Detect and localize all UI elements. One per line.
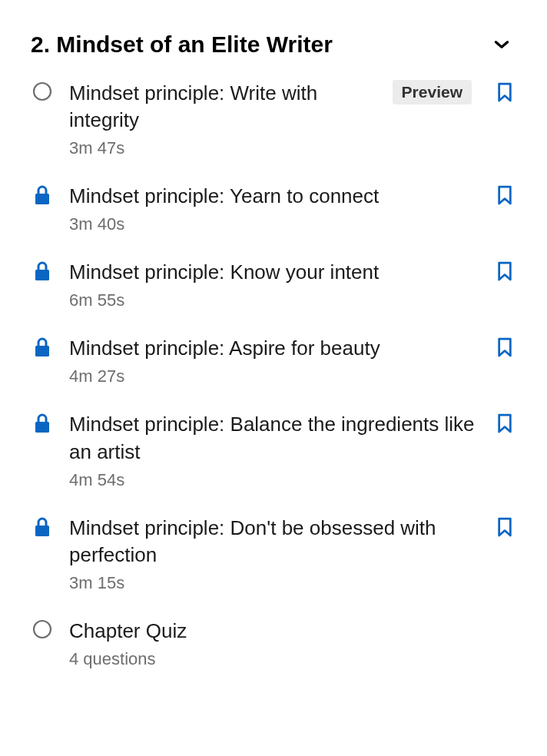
svg-rect-4 bbox=[35, 422, 49, 433]
lesson-duration: 6m 55s bbox=[69, 290, 487, 310]
lesson-duration: 4m 27s bbox=[69, 366, 487, 386]
lesson-title: Mindset principle: Know your intent bbox=[69, 259, 487, 286]
quiz-title: Chapter Quiz bbox=[69, 618, 513, 645]
lock-icon bbox=[31, 259, 54, 282]
lesson-item[interactable]: Mindset principle: Aspire for beauty 4m … bbox=[31, 335, 516, 386]
lesson-title: Mindset principle: Aspire for beauty bbox=[69, 335, 487, 362]
svg-rect-3 bbox=[35, 346, 49, 356]
bookmark-icon[interactable] bbox=[496, 411, 513, 434]
svg-point-0 bbox=[34, 83, 51, 100]
lock-icon bbox=[31, 411, 54, 434]
svg-rect-1 bbox=[35, 194, 49, 204]
svg-rect-5 bbox=[35, 526, 49, 536]
lock-icon bbox=[31, 515, 54, 538]
lesson-item[interactable]: Mindset principle: Know your intent 6m 5… bbox=[31, 259, 516, 310]
lesson-title: Mindset principle: Write with integrity bbox=[69, 80, 382, 134]
bookmark-icon[interactable] bbox=[496, 80, 513, 103]
status-unchecked-icon bbox=[31, 80, 54, 101]
lesson-item[interactable]: Mindset principle: Yearn to connect 3m 4… bbox=[31, 183, 516, 234]
bookmark-icon[interactable] bbox=[496, 183, 513, 206]
svg-rect-2 bbox=[35, 270, 49, 280]
lesson-item[interactable]: Mindset principle: Don't be obsessed wit… bbox=[31, 515, 516, 593]
lesson-duration: 3m 40s bbox=[69, 214, 487, 234]
chevron-down-icon[interactable] bbox=[492, 35, 512, 55]
lesson-title: Mindset principle: Yearn to connect bbox=[69, 183, 487, 210]
bookmark-icon[interactable] bbox=[496, 259, 513, 282]
lesson-title: Mindset principle: Balance the ingredien… bbox=[69, 411, 487, 465]
bookmark-icon[interactable] bbox=[496, 515, 513, 538]
lesson-duration: 3m 15s bbox=[69, 573, 487, 593]
lesson-duration: 4m 54s bbox=[69, 470, 487, 490]
lesson-item[interactable]: Mindset principle: Balance the ingredien… bbox=[31, 411, 516, 489]
section-title: 2. Mindset of an Elite Writer bbox=[31, 31, 333, 58]
quiz-item[interactable]: Chapter Quiz 4 questions bbox=[31, 618, 516, 669]
bookmark-icon[interactable] bbox=[496, 335, 513, 358]
lesson-item[interactable]: Mindset principle: Write with integrity … bbox=[31, 80, 516, 158]
lesson-duration: 3m 47s bbox=[69, 138, 382, 158]
lock-icon bbox=[31, 335, 54, 358]
status-unchecked-icon bbox=[31, 618, 54, 639]
svg-point-6 bbox=[34, 621, 51, 638]
lock-icon bbox=[31, 183, 54, 206]
section-header[interactable]: 2. Mindset of an Elite Writer bbox=[31, 31, 516, 58]
lesson-title: Mindset principle: Don't be obsessed wit… bbox=[69, 515, 487, 569]
quiz-meta: 4 questions bbox=[69, 649, 513, 669]
preview-badge: Preview bbox=[393, 80, 472, 104]
